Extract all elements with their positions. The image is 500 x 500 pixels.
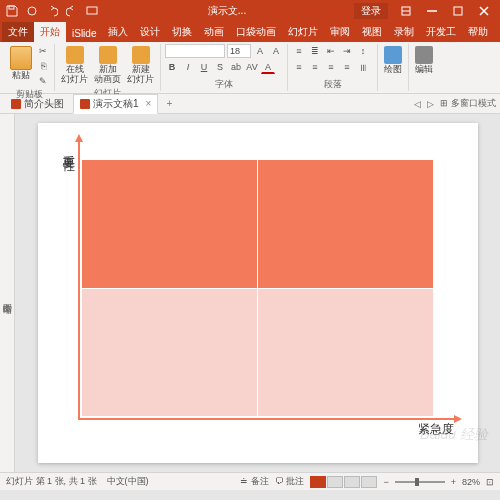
group-slides: 在线 幻灯片 新加 动画页 新建 幻灯片 幻灯片 <box>55 44 161 91</box>
group-paragraph: ≡ ≣ ⇤ ⇥ ↕ ≡ ≡ ≡ ≡ ⫼ 段落 <box>288 44 378 91</box>
zoom-level[interactable]: 82% <box>462 477 480 487</box>
zoom-out-icon[interactable]: − <box>383 477 388 487</box>
reading-view-icon[interactable] <box>344 476 360 488</box>
italic-icon[interactable]: I <box>181 60 195 74</box>
quadrant-top-left[interactable] <box>82 160 257 288</box>
comments-button[interactable]: 🗩 批注 <box>275 475 305 488</box>
slide-area: 重要性 紧急度 <box>15 114 500 472</box>
doc-tab-1[interactable]: 简介头图 <box>4 94 71 114</box>
nav-back-icon[interactable]: ◁ <box>414 99 421 109</box>
tab-transitions[interactable]: 切换 <box>166 22 198 42</box>
justify-icon[interactable]: ≡ <box>340 60 354 74</box>
tab-home[interactable]: 开始 <box>34 22 66 42</box>
new-anim-button[interactable]: 新加 动画页 <box>92 44 123 87</box>
font-family-select[interactable] <box>165 44 225 58</box>
tab-insert[interactable]: 插入 <box>102 22 134 42</box>
tab-kingsoft[interactable]: 金山PC <box>494 22 500 42</box>
tab-animations[interactable]: 动画 <box>198 22 230 42</box>
bold-icon[interactable]: B <box>165 60 179 74</box>
title-bar: 演示文... 登录 <box>0 0 500 22</box>
redo-icon[interactable] <box>64 3 80 19</box>
cut-icon[interactable]: ✂ <box>36 44 50 58</box>
align-left-icon[interactable]: ≡ <box>292 60 306 74</box>
tab-review[interactable]: 审阅 <box>324 22 356 42</box>
quadrant-bottom-left[interactable] <box>82 289 257 417</box>
close-icon[interactable] <box>472 2 496 20</box>
group-drawing: 绘图 <box>378 44 409 91</box>
y-axis-label: 重要性 <box>60 146 77 152</box>
copy-icon[interactable]: ⎘ <box>36 59 50 73</box>
tab-developer[interactable]: 开发工 <box>420 22 462 42</box>
save-icon[interactable] <box>4 3 20 19</box>
quadrant-bottom-right[interactable] <box>258 289 433 417</box>
font-size-select[interactable]: 18 <box>227 44 251 58</box>
bullets-icon[interactable]: ≡ <box>292 44 306 58</box>
close-tab-icon[interactable]: × <box>146 98 152 109</box>
tab-record[interactable]: 录制 <box>388 22 420 42</box>
indent-right-icon[interactable]: ⇥ <box>340 44 354 58</box>
group-clipboard: 粘贴 ✂ ⎘ ✎ 剪贴板 <box>4 44 55 91</box>
slide-canvas[interactable]: 重要性 紧急度 <box>38 123 478 463</box>
tab-design[interactable]: 设计 <box>134 22 166 42</box>
doc-tab-2[interactable]: 演示文稿1× <box>73 94 158 114</box>
ribbon-options-icon[interactable] <box>394 2 418 20</box>
strike-icon[interactable]: ab <box>229 60 243 74</box>
nav-fwd-icon[interactable]: ▷ <box>427 99 434 109</box>
tab-islide[interactable]: iSlide <box>66 25 102 42</box>
slideshow-icon[interactable] <box>84 3 100 19</box>
tab-pocket[interactable]: 口袋动画 <box>230 22 282 42</box>
editing-button[interactable]: 编辑 <box>413 44 435 77</box>
tab-file[interactable]: 文件 <box>2 22 34 42</box>
numbering-icon[interactable]: ≣ <box>308 44 322 58</box>
notes-button[interactable]: ≐ 备注 <box>240 475 269 488</box>
format-painter-icon[interactable]: ✎ <box>36 74 50 88</box>
window-title: 演示文... <box>100 4 354 18</box>
document-tabs: 简介头图 演示文稿1× + ◁ ▷ ⊞ 多窗口模式 <box>0 94 500 114</box>
svg-rect-0 <box>9 6 14 9</box>
status-bar: 幻灯片 第 1 张, 共 1 张 中文(中国) ≐ 备注 🗩 批注 − + 82… <box>0 472 500 490</box>
new-slide-icon <box>132 46 150 64</box>
multi-window-button[interactable]: ⊞ 多窗口模式 <box>440 97 496 110</box>
normal-view-icon[interactable] <box>310 476 326 488</box>
workspace: 缩略图 重要性 紧急度 Baidu 经验 <box>0 114 500 472</box>
maximize-icon[interactable] <box>446 2 470 20</box>
slideshow-view-icon[interactable] <box>361 476 377 488</box>
online-slides-icon <box>66 46 84 64</box>
indent-left-icon[interactable]: ⇤ <box>324 44 338 58</box>
quadrant-top-right[interactable] <box>258 160 433 288</box>
x-axis <box>78 418 458 420</box>
align-center-icon[interactable]: ≡ <box>308 60 322 74</box>
tab-help[interactable]: 帮助 <box>462 22 494 42</box>
group-font: 18 A A B I U S ab AV A 字体 <box>161 44 288 91</box>
undo-icon[interactable] <box>44 3 60 19</box>
paste-button[interactable]: 粘贴 <box>8 44 34 83</box>
drawing-button[interactable]: 绘图 <box>382 44 404 77</box>
autosave-icon[interactable] <box>24 3 40 19</box>
thumbnail-panel[interactable]: 缩略图 <box>0 114 15 472</box>
zoom-in-icon[interactable]: + <box>451 477 456 487</box>
line-spacing-icon[interactable]: ↕ <box>356 44 370 58</box>
zoom-thumb[interactable] <box>415 478 419 486</box>
login-button[interactable]: 登录 <box>354 3 388 19</box>
spacing-icon[interactable]: AV <box>245 60 259 74</box>
font-color-icon[interactable]: A <box>261 60 275 74</box>
columns-icon[interactable]: ⫼ <box>356 60 370 74</box>
sorter-view-icon[interactable] <box>327 476 343 488</box>
language-indicator[interactable]: 中文(中国) <box>107 475 149 488</box>
tab-slideshow[interactable]: 幻灯片 <box>282 22 324 42</box>
zoom-slider[interactable] <box>395 481 445 483</box>
underline-icon[interactable]: U <box>197 60 211 74</box>
decrease-font-icon[interactable]: A <box>269 44 283 58</box>
increase-font-icon[interactable]: A <box>253 44 267 58</box>
online-slides-button[interactable]: 在线 幻灯片 <box>59 44 90 87</box>
shadow-icon[interactable]: S <box>213 60 227 74</box>
align-right-icon[interactable]: ≡ <box>324 60 338 74</box>
ribbon-tabs: 文件 开始 iSlide 插入 设计 切换 动画 口袋动画 幻灯片 审阅 视图 … <box>0 22 500 42</box>
new-slide-button[interactable]: 新建 幻灯片 <box>125 44 156 87</box>
add-tab-icon[interactable]: + <box>160 98 178 109</box>
slide-counter[interactable]: 幻灯片 第 1 张, 共 1 张 <box>6 475 97 488</box>
svg-point-1 <box>28 7 36 15</box>
tab-view[interactable]: 视图 <box>356 22 388 42</box>
fit-window-icon[interactable]: ⊡ <box>486 477 494 487</box>
minimize-icon[interactable] <box>420 2 444 20</box>
